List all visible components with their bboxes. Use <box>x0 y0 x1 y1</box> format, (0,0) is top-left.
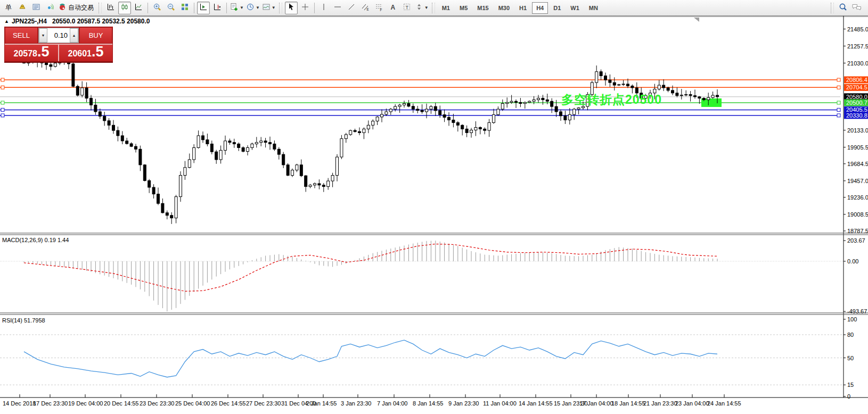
channel-icon: E <box>361 3 370 13</box>
cursor-button[interactable] <box>285 2 298 14</box>
time-axis-label: 27 Dec 23:30 <box>246 400 281 407</box>
bar-chart-mode-button[interactable] <box>104 2 117 14</box>
horizontal-line-icon <box>333 3 342 13</box>
auto-scroll-icon <box>199 3 208 13</box>
chart-annotation-text[interactable]: 多空转折点20500 <box>561 92 662 108</box>
one-click-trading-panel: SELL ▼ 0.10 ▲ BUY 20578 .5 20601 .5 <box>4 27 113 62</box>
time-axis-label: 23 Jan 04:00 <box>675 400 709 407</box>
buy-button[interactable]: BUY <box>79 27 112 44</box>
chart-shift-button[interactable] <box>211 2 224 14</box>
zoom-out-button[interactable] <box>165 2 177 14</box>
tile-windows-icon <box>181 3 189 13</box>
arrows-icon <box>415 3 423 13</box>
line-chart-icon <box>134 3 143 13</box>
terminal-button[interactable] <box>30 2 43 14</box>
timeframe-button-H1[interactable]: H1 <box>515 2 531 14</box>
bar-chart-icon <box>107 3 115 13</box>
volume-control: ▼ 0.10 ▲ <box>38 28 79 43</box>
top-toolbar: 单 自动交易 ▼ <box>0 0 868 16</box>
zoom-in-icon <box>153 3 161 13</box>
timeframe-button-M5[interactable]: M5 <box>455 2 472 14</box>
toolbar-separator <box>314 3 315 13</box>
tile-windows-button[interactable] <box>178 2 191 14</box>
chat-button[interactable] <box>850 2 863 14</box>
crosshair-button[interactable] <box>299 2 312 14</box>
chart-plot-area[interactable] <box>0 17 844 233</box>
candlestick-mode-button[interactable] <box>118 2 131 14</box>
time-axis-label: 14 Dec 2018 <box>3 400 36 407</box>
templates-button[interactable]: ▼ <box>261 2 276 14</box>
macd-signal-line <box>24 244 717 292</box>
auto-trading-button[interactable]: 自动交易 <box>58 2 96 14</box>
market-watch-button[interactable] <box>16 2 29 14</box>
time-axis-label: 17 Jan 04:00 <box>579 400 613 407</box>
time-axis-label: 24 Jan 14:55 <box>707 400 741 407</box>
chat-bubbles-icon <box>851 3 862 13</box>
dropdown-arrow-icon: ▼ <box>256 5 260 10</box>
indicators-button[interactable]: ▼ <box>230 2 244 14</box>
periods-button[interactable]: ▼ <box>245 2 260 14</box>
text-label-tool-button[interactable]: T <box>400 2 413 14</box>
equidistant-channel-button[interactable]: E <box>359 2 372 14</box>
timeframe-button-M30[interactable]: M30 <box>494 2 514 14</box>
toolbar-grip <box>432 3 435 13</box>
horizontal-line-tool-button[interactable] <box>331 2 344 14</box>
cursor-arrow-icon <box>287 3 296 13</box>
sell-price-frac: .5 <box>37 46 50 57</box>
dropdown-arrow-icon: ▼ <box>424 5 429 10</box>
sell-button[interactable]: SELL <box>5 27 38 44</box>
toolbar-grip <box>99 3 102 13</box>
arrows-tool-button[interactable]: ▼ <box>414 2 429 14</box>
ohlc-values: 20550.0 20587.5 20532.5 20580.0 <box>52 18 150 25</box>
text-a-icon: A <box>389 3 397 13</box>
volume-up-button[interactable]: ▲ <box>70 28 78 43</box>
chart-header: ▲ JPN225-,H4 20550.0 20587.5 20532.5 205… <box>4 18 150 25</box>
text-tool-button[interactable]: A <box>387 2 399 14</box>
zoom-in-button[interactable] <box>151 2 163 14</box>
time-axis-label: 23 Dec 23:30 <box>140 400 174 407</box>
time-axis-label: 18 Jan 14:55 <box>611 400 645 407</box>
text-label-icon: T <box>403 3 411 13</box>
trendline-tool-button[interactable] <box>345 2 358 14</box>
price-axis[interactable] <box>844 16 868 398</box>
time-axis-label: 14 Jan 14:55 <box>519 400 553 407</box>
template-icon <box>262 3 271 13</box>
crosshair-icon <box>301 3 309 13</box>
svg-text:A: A <box>390 3 395 11</box>
timeframe-button-H4[interactable]: H4 <box>532 2 548 14</box>
fibonacci-tool-button[interactable]: F <box>373 2 386 14</box>
line-chart-mode-button[interactable] <box>132 2 145 14</box>
gold-bars-icon <box>18 3 27 13</box>
new-order-button[interactable]: 单 <box>2 2 15 14</box>
time-axis-label: 2 Jan 14:55 <box>306 400 337 407</box>
buy-price-main: 20601 <box>68 49 92 59</box>
volume-input[interactable]: 0.10 <box>47 28 70 43</box>
search-icon <box>838 2 848 14</box>
time-axis-label: 26 Dec 14:55 <box>211 400 245 407</box>
auto-scroll-button[interactable] <box>197 2 210 14</box>
search-button[interactable] <box>837 2 849 14</box>
timeframe-button-D1[interactable]: D1 <box>549 2 565 14</box>
svg-text:E: E <box>366 7 369 11</box>
caret-up-icon: ▲ <box>72 34 76 37</box>
toolbar-grip <box>279 3 282 13</box>
toolbar-separator <box>226 3 227 13</box>
strategy-tester-button[interactable] <box>44 2 56 14</box>
vertical-line-icon <box>320 3 328 13</box>
dropdown-arrow-icon: ▼ <box>272 5 276 10</box>
timeframe-button-M1[interactable]: M1 <box>438 2 454 14</box>
collapse-panel-icon[interactable]: ▲ <box>4 19 9 24</box>
rsi-indicator-label: RSI(14) 51.7958 <box>2 317 45 324</box>
timeframe-button-M15[interactable]: M15 <box>473 2 493 14</box>
timeframe-button-W1[interactable]: W1 <box>566 2 584 14</box>
buy-price-frac: .5 <box>92 46 104 57</box>
caret-down-icon: ▼ <box>42 34 45 37</box>
dropdown-arrow-icon: ▼ <box>240 5 244 10</box>
buy-price[interactable]: 20601 .5 <box>58 45 112 61</box>
timeframe-button-MN[interactable]: MN <box>585 2 602 14</box>
time-axis-label: 11 Jan 04:00 <box>483 400 517 407</box>
vertical-line-tool-button[interactable] <box>317 2 330 14</box>
fibonacci-icon: F <box>375 3 383 13</box>
volume-down-button[interactable]: ▼ <box>39 28 47 43</box>
sell-price[interactable]: 20578 .5 <box>5 45 58 61</box>
